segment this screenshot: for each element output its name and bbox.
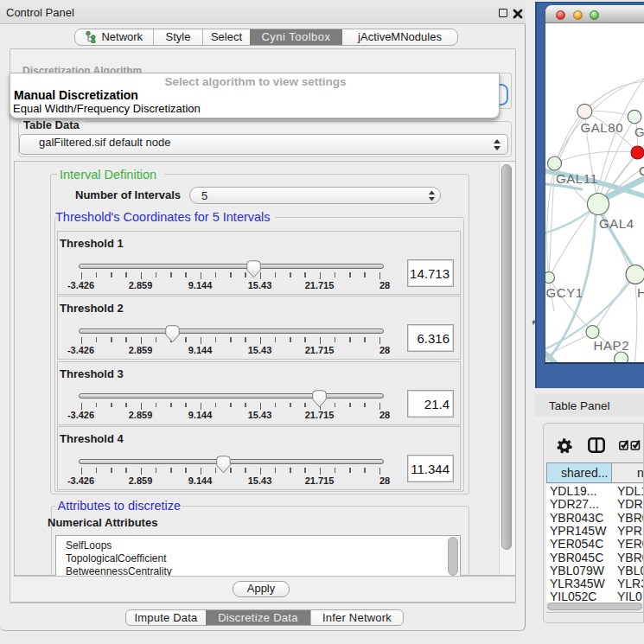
svg-text:C: C	[639, 163, 644, 178]
svg-text:H: H	[637, 285, 644, 300]
svg-text:G.: G.	[634, 124, 644, 139]
svg-text:GAL11: GAL11	[556, 171, 598, 186]
svg-text:GAL80: GAL80	[581, 120, 624, 135]
svg-text:GCY1: GCY1	[546, 285, 583, 300]
svg-text:GAL4: GAL4	[599, 216, 634, 231]
svg-text:HAP2: HAP2	[594, 338, 630, 353]
